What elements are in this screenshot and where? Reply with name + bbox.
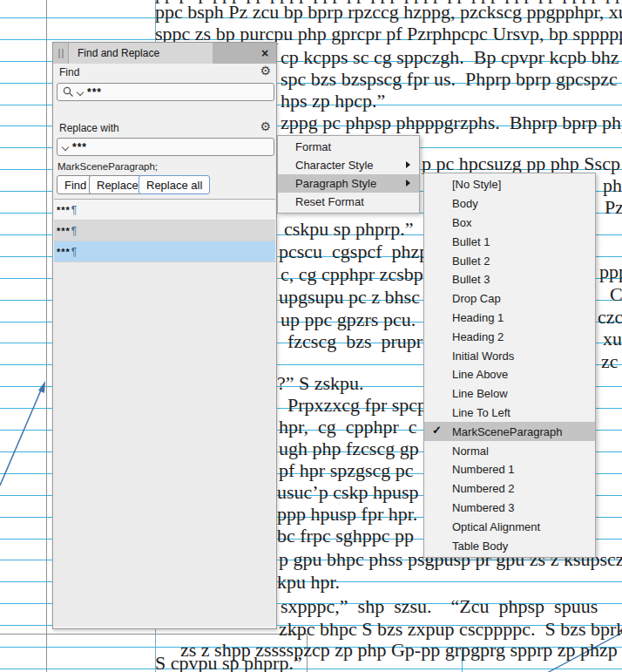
style-item-label: Bullet 1 [452, 235, 490, 248]
replace-value: *** [72, 141, 87, 153]
find-input[interactable]: *** [57, 83, 274, 101]
style-item-initial-words[interactable]: Initial Words [424, 346, 595, 365]
find-value: *** [87, 86, 102, 98]
style-item-label: Numbered 1 [452, 463, 515, 476]
style-item-label: Heading 2 [452, 330, 504, 343]
column-guide-line [46, 0, 47, 672]
document-text-line[interactable]: ugh php fzcscg gp [279, 438, 419, 459]
style-item-label: MarkSceneParagraph [452, 425, 562, 438]
document-text-line[interactable]: S cpvpu sp phprp.” [155, 653, 302, 672]
style-item-label: Box [452, 216, 471, 229]
document-text-line[interactable]: zc [601, 351, 619, 372]
document-text-line[interactable]: fzcscg bzs prupr [287, 331, 423, 352]
style-item-drop-cap[interactable]: Drop Cap [424, 289, 595, 309]
document-text-line[interactable]: zkpc bhpc S bzs zxpup cscppppc. S bzs bp… [279, 619, 622, 640]
document-text-line[interactable]: ?” S zskpu. [277, 373, 364, 394]
annotation-arrow-line[interactable] [0, 386, 43, 485]
replace-with-label: Replace with [59, 122, 119, 134]
panel-titlebar[interactable]: Find and Replace × [53, 43, 276, 64]
style-item-label: Drop Cap [452, 292, 501, 305]
style-item-label: Initial Words [452, 350, 514, 363]
replace-input[interactable]: *** [57, 138, 274, 156]
submenu-arrow-icon [406, 161, 410, 168]
document-text-line[interactable]: Prpxzxcg fpr spcp [287, 395, 427, 416]
document-text-line[interactable]: cskpu sp phprp.” [284, 219, 413, 240]
menu-item-format[interactable]: Format [278, 138, 419, 156]
style-item-bullet-1[interactable]: Bullet 1 [424, 232, 595, 251]
style-item-body[interactable]: Body [424, 194, 595, 214]
document-text-line[interactable]: c, cg cpphpr zcsbp [281, 264, 423, 285]
style-item-line-above[interactable]: Line Above [424, 365, 595, 384]
document-text-line[interactable]: hpr, cg cpphpr c [279, 417, 417, 438]
document-text-line[interactable]: ph [603, 175, 622, 196]
menu-item-reset-format[interactable]: Reset Format [278, 193, 419, 211]
menu-item-label: Reset Format [295, 195, 364, 208]
style-item-table-body[interactable]: Table Body [424, 536, 595, 555]
document-text-line[interactable]: upgsupu pc z bhsc [279, 287, 420, 308]
style-item-heading-1[interactable]: Heading 1 [424, 309, 595, 328]
replace-options-gear-icon[interactable]: ⚙ [260, 120, 271, 132]
search-result-row[interactable]: ***¶ [54, 200, 275, 221]
replace-button[interactable]: Replace [89, 175, 146, 194]
close-icon[interactable]: × [254, 43, 276, 64]
style-item-optical-alignment[interactable]: Optical Alignment [424, 517, 595, 536]
chevron-down-icon[interactable] [78, 89, 84, 95]
annotation-arrow-head [38, 381, 45, 393]
document-text-line[interactable]: hps zp hpcp.” [281, 91, 385, 112]
find-label: Find [59, 66, 79, 78]
find-options-gear-icon[interactable]: ⚙ [260, 64, 271, 77]
document-text-line[interactable]: ppp hpusp fpr hpr. [277, 504, 417, 525]
result-text: *** [57, 226, 71, 236]
panel-tab-find-and-replace[interactable]: Find and Replace [69, 43, 213, 64]
document-text-line[interactable]: Pz [605, 197, 622, 218]
document-text-line[interactable]: sxpppc,” shp szsu. “Zcu phpsp spuus [281, 596, 598, 617]
document-text-line[interactable]: C [610, 284, 622, 305]
style-item-bullet-3[interactable]: Bullet 3 [424, 270, 595, 289]
pilcrow-mark: ¶ [71, 246, 77, 258]
style-item-marksceneparagraph[interactable]: ✓MarkSceneParagraph [424, 422, 595, 441]
search-results-list[interactable]: ***¶***¶***¶ [54, 199, 275, 626]
document-text-line[interactable]: usuc’p cskp hpusp [277, 482, 419, 503]
style-item-bullet-2[interactable]: Bullet 2 [424, 251, 595, 270]
chevron-down-icon[interactable] [63, 144, 69, 150]
style-item-label: Table Body [452, 540, 508, 553]
menu-item-character-style[interactable]: Character Style [278, 156, 419, 174]
document-text-line[interactable]: spc bzs bzspscg fpr us. Phprp bprp gpcsp… [281, 69, 618, 90]
document-text-line[interactable]: kpu hpr. [277, 572, 340, 593]
style-item-line-below[interactable]: Line Below [424, 384, 595, 404]
document-text-line[interactable]: xu [603, 329, 622, 350]
document-text-line[interactable]: cp kcpps sc cg sppczgh. Bp cpvpr kcpb bh… [281, 47, 619, 68]
document-text-line[interactable]: bc frpc sghppc pp [277, 526, 414, 546]
style-item-numbered-2[interactable]: Numbered 2 [424, 479, 595, 499]
app-canvas: pp php ppp pp pppp ppp pp ppp pppp pp pp… [0, 0, 622, 672]
style-item-label: Line To Left [452, 406, 510, 419]
document-text-line[interactable]: up ppc gpzrs pcu. [281, 309, 416, 330]
text-frame-border [0, 634, 307, 635]
document-text-line[interactable]: czcp [598, 307, 622, 328]
style-item-numbered-1[interactable]: Numbered 1 [424, 460, 595, 479]
style-item-label: Bullet 3 [452, 273, 490, 286]
menu-item-label: Format [295, 140, 331, 153]
submenu-arrow-icon [406, 180, 410, 187]
style-item-numbered-3[interactable]: Numbered 3 [424, 499, 595, 518]
result-text: *** [57, 247, 71, 257]
style-item-no-style[interactable]: [No Style] [424, 175, 595, 194]
style-item-label: Numbered 3 [452, 501, 515, 514]
document-text-line[interactable]: pcscu cgspcf phzp [279, 241, 429, 262]
style-item-heading-2[interactable]: Heading 2 [424, 327, 595, 346]
style-item-normal[interactable]: Normal [424, 441, 595, 460]
style-item-label: Optical Alignment [452, 520, 540, 533]
search-result-row[interactable]: ***¶ [54, 241, 275, 262]
document-text-line[interactable]: pf hpr spzgscg pc [279, 460, 414, 481]
document-text-line[interactable]: p pc hpcsuzg pp php Sscp p [422, 153, 622, 174]
document-text-line[interactable]: zppg pc phpsp phpppgrzphs. Bhprp bprp ph… [281, 112, 622, 133]
document-text-line[interactable]: ppc bsph Pz zcu bp bprp rpzccg hzppg, pz… [155, 2, 622, 23]
menu-item-paragraph-style[interactable]: Paragraph Style [278, 174, 419, 193]
panel-drag-grip[interactable] [53, 43, 69, 64]
document-text-line[interactable]: ppp [599, 261, 622, 282]
style-item-line-to-left[interactable]: Line To Left [424, 404, 595, 423]
search-result-row[interactable]: ***¶ [54, 221, 275, 241]
menu-item-label: Paragraph Style [295, 177, 376, 190]
style-item-box[interactable]: Box [424, 214, 595, 233]
replace-all-button[interactable]: Replace all [139, 175, 210, 194]
